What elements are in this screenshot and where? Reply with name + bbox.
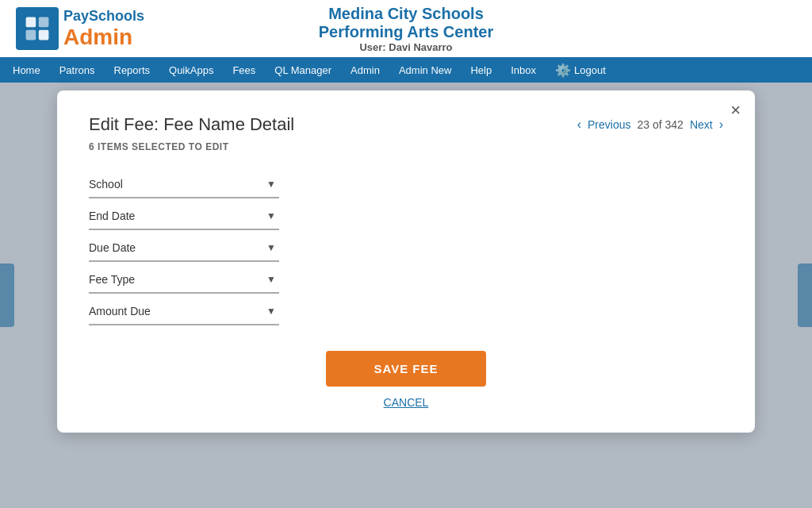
- nav-reports[interactable]: Reports: [105, 57, 160, 83]
- nav-fees[interactable]: Fees: [223, 57, 265, 83]
- school-field-wrapper: School ▼: [89, 171, 279, 198]
- svg-rect-0: [26, 17, 36, 28]
- end-date-field-wrapper: End Date ▼: [89, 203, 279, 230]
- header: PaySchools Admin Medina City Schools Per…: [0, 0, 812, 57]
- end-date-field: End Date ▼: [89, 203, 723, 230]
- nav-patrons[interactable]: Patrons: [50, 57, 105, 83]
- modal-title: Edit Fee: Fee Name Detail: [89, 114, 294, 135]
- save-fee-button[interactable]: SAVE FEE: [326, 351, 485, 387]
- fee-type-field: Fee Type ▼: [89, 267, 723, 294]
- nav-help[interactable]: Help: [461, 57, 501, 83]
- nav-home[interactable]: Home: [3, 57, 50, 83]
- edit-fee-modal: × Edit Fee: Fee Name Detail ‹ Previous 2…: [57, 90, 755, 433]
- svg-rect-3: [39, 30, 49, 40]
- school-select[interactable]: School: [89, 171, 279, 197]
- due-date-field: Due Date ▼: [89, 235, 723, 262]
- modal-overlay: × Edit Fee: Fee Name Detail ‹ Previous 2…: [0, 83, 812, 508]
- due-date-field-wrapper: Due Date ▼: [89, 235, 279, 262]
- next-arrow-icon[interactable]: ›: [719, 117, 723, 132]
- nav-bar: Home Patrons Reports QuikApps Fees QL Ma…: [0, 57, 812, 83]
- next-link[interactable]: Next: [690, 118, 713, 131]
- header-center: Medina City Schools Performing Arts Cent…: [319, 5, 493, 53]
- logo-area: PaySchools Admin: [16, 7, 144, 50]
- main-content: × Edit Fee: Fee Name Detail ‹ Previous 2…: [0, 83, 812, 508]
- nav-inbox[interactable]: Inbox: [501, 57, 546, 83]
- svg-rect-2: [26, 30, 36, 40]
- nav-ql-manager[interactable]: QL Manager: [265, 57, 341, 83]
- header-user: User: Davi Navarro: [319, 41, 493, 53]
- header-subtitle: Performing Arts Center: [319, 23, 493, 41]
- nav-admin[interactable]: Admin: [341, 57, 389, 83]
- logo-text: PaySchools Admin: [63, 8, 144, 50]
- logo-icon: [16, 7, 59, 50]
- logo-admin: Admin: [63, 25, 144, 50]
- fee-type-select[interactable]: Fee Type: [89, 267, 279, 292]
- nav-quikapps[interactable]: QuikApps: [159, 57, 223, 83]
- header-title: Medina City Schools: [319, 5, 493, 23]
- form-fields: School ▼ End Date ▼: [89, 171, 723, 325]
- fee-type-field-wrapper: Fee Type ▼: [89, 267, 279, 294]
- modal-close-button[interactable]: ×: [730, 102, 741, 119]
- cancel-link[interactable]: CANCEL: [89, 396, 723, 409]
- end-date-select[interactable]: End Date: [89, 203, 279, 229]
- previous-link[interactable]: Previous: [588, 118, 630, 131]
- modal-pagination: ‹ Previous 23 of 342 Next ›: [577, 117, 723, 132]
- amount-due-field-wrapper: Amount Due ▼: [89, 298, 279, 325]
- nav-logout[interactable]: ⚙️ Logout: [546, 57, 615, 83]
- items-selected-text: 6 ITEMS SELECTED TO EDIT: [89, 141, 723, 152]
- amount-due-select[interactable]: Amount Due: [89, 298, 279, 324]
- nav-admin-new[interactable]: Admin New: [389, 57, 461, 83]
- svg-rect-1: [39, 17, 49, 28]
- logo-pay: PaySchools: [63, 8, 144, 25]
- school-field: School ▼: [89, 171, 723, 198]
- modal-header: Edit Fee: Fee Name Detail ‹ Previous 23 …: [89, 114, 723, 135]
- previous-arrow-icon[interactable]: ‹: [577, 117, 581, 132]
- logout-icon: ⚙️: [555, 63, 571, 78]
- amount-due-field: Amount Due ▼: [89, 298, 723, 325]
- page-info: 23 of 342: [637, 118, 683, 131]
- due-date-select[interactable]: Due Date: [89, 235, 279, 260]
